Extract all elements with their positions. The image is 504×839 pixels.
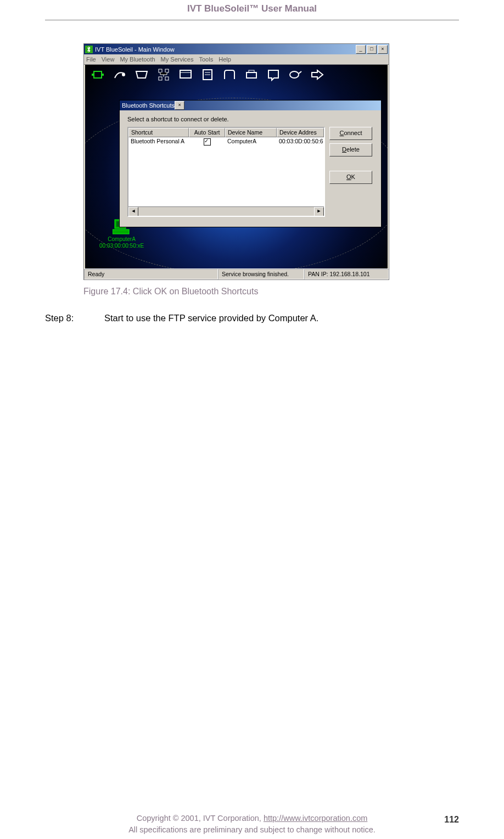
device-name-label: ComputerA [99, 236, 144, 243]
status-right: PAN IP: 192.168.18.101 [304, 269, 389, 279]
shortcuts-listbox[interactable]: Shortcut Auto Start Device Name Device A… [127, 127, 325, 217]
step-8: Step 8: Start to use the FTP service pro… [45, 313, 459, 323]
svg-rect-5 [165, 69, 169, 72]
status-left: Ready [84, 269, 218, 279]
shortcut-row[interactable]: Bluetooth Personal A ComputerA 00:03:0D:… [128, 137, 324, 146]
service-icon-3[interactable] [135, 68, 149, 81]
menu-view[interactable]: View [102, 56, 115, 63]
figure-caption: Figure 17.4: Click OK on Bluetooth Short… [83, 287, 459, 297]
svg-point-15 [290, 71, 299, 78]
service-icon-8[interactable] [244, 68, 259, 81]
service-icon-9[interactable] [266, 68, 281, 81]
dialog-titlebar[interactable]: Bluetooth Shortcuts × [120, 100, 381, 110]
service-icon-7[interactable] [222, 68, 237, 81]
service-icon-4[interactable] [156, 68, 171, 81]
delete-button[interactable]: Delete [329, 143, 372, 156]
svg-rect-1 [92, 74, 94, 76]
step-label: Step 8: [45, 313, 104, 323]
maximize-button[interactable]: □ [367, 45, 377, 54]
svg-rect-2 [102, 74, 104, 76]
service-icon-2[interactable] [113, 68, 127, 81]
device-addr-label: 00:03:00:00:50:xE [99, 243, 144, 249]
main-window-titlebar[interactable]: IVT BlueSoleil - Main Window _ □ × [84, 44, 389, 54]
close-button[interactable]: × [378, 45, 388, 54]
menu-file[interactable]: File [86, 56, 96, 63]
menubar: File View My Bluetooth My Services Tools… [84, 54, 389, 65]
statusbar: Ready Service browsing finished. PAN IP:… [84, 269, 389, 279]
menu-my-services[interactable]: My Services [161, 56, 194, 63]
footer-disclaimer: All specifications are preliminary and s… [128, 825, 376, 834]
menu-tools[interactable]: Tools [199, 56, 214, 63]
minimize-button[interactable]: _ [356, 45, 366, 54]
col-autostart[interactable]: Auto Start [189, 128, 225, 137]
ok-label: K [351, 174, 355, 180]
cell-shortcut: Bluetooth Personal A [128, 137, 189, 146]
status-mid: Service browsing finished. [218, 269, 304, 279]
screenshot-main-window: IVT BlueSoleil - Main Window _ □ × File … [83, 43, 389, 280]
page-number: 112 [444, 813, 459, 826]
svg-line-16 [299, 71, 301, 74]
delete-label: elete [346, 146, 360, 153]
bluetooth-logo-icon [85, 46, 93, 53]
footer-copyright: Copyright © 2001, IVT Corporation, [137, 814, 264, 823]
menu-help[interactable]: Help [219, 56, 231, 63]
workspace-canvas: ComputerA 00:03:00:00:50:xE Bluetooth Sh… [85, 65, 388, 269]
step-text: Start to use the FTP service provided by… [104, 313, 318, 323]
menu-my-bluetooth[interactable]: My Bluetooth [120, 56, 155, 63]
col-devicename[interactable]: Device Name [225, 128, 277, 137]
ok-button[interactable]: OK [329, 171, 372, 184]
horizontal-scrollbar[interactable]: ◄ ► [128, 206, 324, 216]
col-deviceaddr[interactable]: Device Addres [277, 128, 324, 137]
bluetooth-shortcuts-dialog: Bluetooth Shortcuts × Select a shortcut … [119, 100, 382, 227]
svg-rect-19 [113, 230, 129, 234]
svg-rect-6 [159, 77, 162, 80]
svg-rect-0 [94, 71, 102, 78]
svg-rect-13 [247, 72, 256, 78]
service-icon-10[interactable] [288, 68, 303, 81]
dialog-title-text: Bluetooth Shortcuts [122, 102, 175, 109]
cell-deviceaddr: 00:03:0D:00:50:6 [277, 137, 324, 146]
scroll-right-button[interactable]: ► [314, 207, 324, 216]
svg-rect-7 [165, 77, 169, 80]
service-icon-11[interactable] [310, 68, 324, 81]
service-icon-1[interactable] [91, 68, 105, 81]
cell-autostart [189, 137, 225, 146]
col-shortcut[interactable]: Shortcut [128, 128, 189, 137]
dialog-instruction: Select a shortcut to connect or delete. [127, 116, 376, 122]
autostart-checkbox-icon [204, 138, 211, 146]
dialog-close-button[interactable]: × [175, 101, 184, 110]
connect-label: onnect [344, 130, 362, 136]
document-footer: Copyright © 2001, IVT Corporation, http:… [45, 813, 459, 836]
service-icon-5[interactable] [178, 68, 193, 81]
service-icon-6[interactable] [200, 68, 215, 81]
service-toolbar [85, 65, 388, 85]
main-window-title: IVT BlueSoleil - Main Window [95, 46, 175, 53]
svg-point-3 [122, 73, 125, 76]
cell-devicename: ComputerA [225, 137, 277, 146]
footer-link[interactable]: http://www.ivtcorporation.com [264, 814, 367, 823]
scroll-left-button[interactable]: ◄ [128, 207, 138, 216]
connect-button[interactable]: Connect [329, 127, 372, 140]
svg-rect-4 [159, 69, 162, 72]
document-header: IVT BlueSoleil™ User Manual [45, 0, 459, 20]
svg-rect-8 [180, 70, 191, 78]
